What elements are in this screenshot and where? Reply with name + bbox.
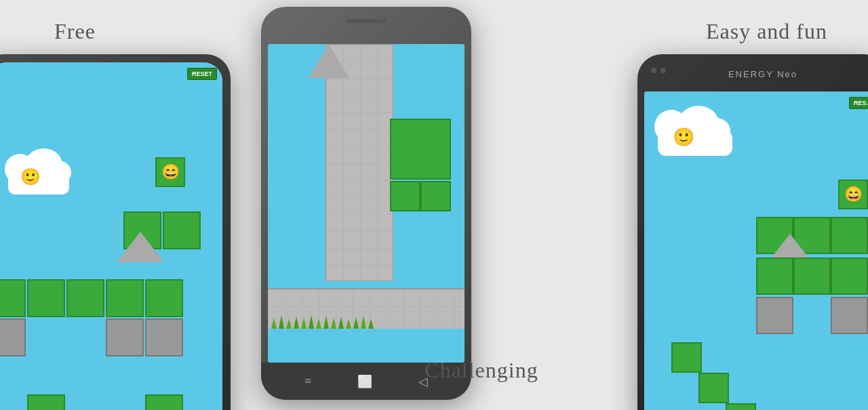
phone-center: ≡ ⬜ ◁ — [261, 7, 471, 400]
center-game-screen — [268, 44, 465, 363]
grass-area — [268, 315, 363, 329]
phone-left-screen: RESET 😄 🙂 — [0, 62, 222, 410]
scene: Free Easy and fun RESET 😄 🙂 — [0, 0, 868, 410]
green-small-2 — [390, 181, 420, 211]
green-big-1 — [390, 119, 451, 180]
right-game-screen: RES... 🙂 😄 — [644, 91, 868, 410]
green-small-1 — [420, 181, 451, 211]
camera-area — [651, 68, 666, 73]
character-face: 😄 — [155, 157, 185, 187]
brand-label: ENERGY Neo — [728, 69, 797, 79]
cloud-right: 🙂 — [651, 112, 739, 156]
green-r-1 — [831, 217, 868, 254]
label-challenging: Challenging — [387, 358, 576, 383]
nav-home-icon[interactable]: ⬜ — [357, 374, 372, 389]
reset-button[interactable]: RESET — [187, 68, 217, 80]
phone-right-screen: RES... 🙂 😄 — [644, 91, 868, 410]
green-r-7 — [671, 342, 702, 373]
green-r-9 — [726, 403, 756, 410]
phone-left: RESET 😄 🙂 — [0, 54, 231, 410]
left-game-screen: RESET 😄 🙂 — [0, 62, 222, 410]
label-easy-fun: Easy and fun — [706, 19, 827, 44]
nav-menu-icon[interactable]: ≡ — [304, 374, 311, 388]
gray-r-1 — [831, 297, 868, 334]
triangle-top-left — [309, 44, 349, 78]
green-r-5 — [793, 258, 831, 295]
phone-right: ENERGY Neo RES... 🙂 😄 — [637, 54, 868, 410]
camera-dot-2 — [660, 68, 666, 73]
cloud-left: 🙂 — [1, 157, 76, 194]
gray-tower — [326, 44, 393, 281]
gray-r-2 — [756, 297, 793, 334]
character-face-right: 😄 — [838, 180, 868, 209]
phone-center-screen — [268, 44, 465, 363]
speaker-top — [346, 19, 387, 23]
label-free: Free — [54, 19, 96, 44]
svg-rect-0 — [326, 45, 393, 281]
camera-dot-1 — [651, 68, 656, 73]
green-r-4 — [831, 258, 868, 295]
reset-button-right[interactable]: RES... — [849, 97, 868, 109]
green-r-6 — [756, 258, 793, 295]
green-r-8 — [698, 373, 729, 403]
